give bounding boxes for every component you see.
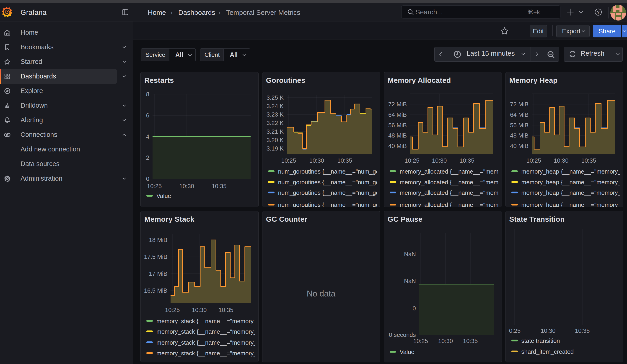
svg-text:16.5 MiB: 16.5 MiB: [144, 287, 167, 294]
svg-text:10:30: 10:30: [309, 157, 324, 164]
svg-text:18 MiB: 18 MiB: [149, 237, 167, 243]
svg-text:3.22 K: 3.22 K: [266, 119, 284, 126]
svg-text:10:25: 10:25: [281, 157, 296, 164]
svg-text:64 MiB: 64 MiB: [388, 111, 407, 118]
svg-text:4: 4: [146, 133, 149, 140]
svg-text:10:25: 10:25: [413, 338, 428, 344]
svg-text:10:35: 10:35: [218, 307, 233, 313]
svg-text:10:25: 10:25: [165, 307, 180, 313]
svg-text:3.25 K: 3.25 K: [266, 94, 284, 101]
svg-text:10:35: 10:35: [463, 338, 478, 344]
svg-text:0:25: 0:25: [509, 327, 521, 334]
svg-text:56 MiB: 56 MiB: [510, 122, 528, 129]
svg-text:10:35: 10:35: [575, 327, 590, 334]
svg-text:10:25: 10:25: [526, 157, 541, 164]
svg-text:0: 0: [146, 175, 149, 182]
svg-text:3.23 K: 3.23 K: [266, 111, 284, 118]
svg-text:56 MiB: 56 MiB: [388, 122, 407, 129]
svg-text:48 MiB: 48 MiB: [510, 132, 528, 139]
svg-text:3.24 K: 3.24 K: [266, 103, 284, 109]
svg-text:10:30: 10:30: [179, 183, 194, 190]
svg-text:10:35: 10:35: [581, 157, 596, 164]
svg-text:72 MiB: 72 MiB: [388, 101, 407, 108]
svg-text:NaN: NaN: [404, 278, 416, 284]
svg-text:10:35: 10:35: [211, 183, 226, 190]
svg-text:10:30: 10:30: [192, 307, 207, 313]
svg-text:17 MiB: 17 MiB: [149, 270, 167, 277]
svg-text:10:35: 10:35: [337, 157, 352, 164]
svg-text:3.21 K: 3.21 K: [266, 128, 284, 135]
svg-text:10:35: 10:35: [459, 157, 474, 164]
svg-text:3.20 K: 3.20 K: [266, 137, 284, 144]
svg-text:10:30: 10:30: [554, 157, 568, 164]
svg-text:10:30: 10:30: [541, 327, 555, 334]
svg-text:10:30: 10:30: [432, 157, 447, 164]
svg-text:48 MiB: 48 MiB: [388, 132, 407, 139]
svg-text:64 MiB: 64 MiB: [510, 111, 528, 118]
svg-text:72 MiB: 72 MiB: [510, 101, 528, 108]
svg-text:8: 8: [146, 91, 149, 98]
svg-text:6: 6: [146, 112, 149, 119]
svg-text:10:25: 10:25: [405, 157, 419, 164]
svg-text:10:30: 10:30: [438, 338, 453, 344]
svg-text:40 MiB: 40 MiB: [388, 143, 407, 149]
svg-text:17.5 MiB: 17.5 MiB: [144, 253, 167, 260]
svg-text:0: 0: [413, 305, 416, 312]
svg-text:40 MiB: 40 MiB: [510, 143, 528, 149]
svg-text:10:25: 10:25: [147, 183, 162, 190]
svg-text:?: ?: [597, 10, 600, 15]
svg-text:3.19 K: 3.19 K: [266, 145, 284, 152]
svg-text:NaN: NaN: [404, 251, 416, 258]
svg-text:2: 2: [146, 154, 149, 161]
svg-text:0 seconds: 0 seconds: [389, 331, 416, 338]
